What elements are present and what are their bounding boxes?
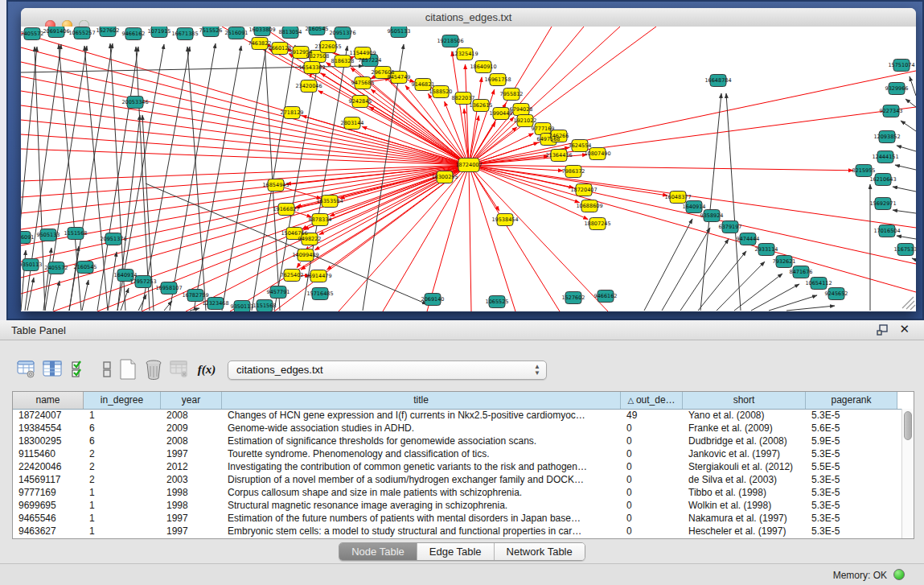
cell-short[interactable]: de Silva et al. (2003) (683, 473, 806, 486)
cell-name[interactable]: 9115460 (13, 447, 84, 460)
cell-out_de[interactable]: 0 (621, 460, 683, 473)
delete-table-icon[interactable] (169, 359, 190, 380)
resize-grip-icon[interactable] (902, 297, 915, 310)
cell-out_de[interactable]: 0 (621, 499, 683, 512)
tab-network-table[interactable]: Network Table (495, 543, 585, 560)
cell-year[interactable]: 2008 (161, 409, 222, 422)
cell-out_de[interactable]: 0 (621, 447, 683, 460)
cell-title[interactable]: Corpus callosum shape and size in male p… (222, 486, 621, 499)
table-row[interactable]: 946554611997Estimation of the future num… (13, 512, 901, 525)
scrollbar-thumb[interactable] (904, 411, 912, 440)
float-panel-icon[interactable] (877, 324, 889, 336)
close-panel-icon[interactable]: ✕ (899, 323, 910, 336)
cell-pagerank[interactable]: 5.6E-5 (806, 422, 897, 435)
column-header-pagerank[interactable]: pagerank (806, 392, 897, 409)
cell-title[interactable]: Disruption of a novel member of a sodium… (222, 473, 621, 486)
column-header-out_de[interactable]: △ out_de… (621, 392, 683, 409)
cell-pagerank[interactable]: 5.3E-5 (806, 447, 897, 460)
table-row[interactable]: 1456911722003Disruption of a novel membe… (13, 473, 901, 486)
table-row[interactable]: 1872400712008Changes of HCN gene express… (13, 409, 901, 422)
citation-graph[interactable]: 2405572206914061065525715276029466162107… (21, 27, 916, 311)
cell-short[interactable]: Yano et al. (2008) (683, 409, 806, 422)
cell-pagerank[interactable]: 5.5E-5 (806, 460, 897, 473)
cell-short[interactable]: Tibbo et al. (1998) (683, 486, 806, 499)
cell-in_degree[interactable]: 1 (84, 409, 161, 422)
table-row[interactable]: 969969511998Structural magnetic resonanc… (13, 499, 901, 512)
cell-out_de[interactable]: 0 (621, 435, 683, 447)
cell-short[interactable]: Hescheler et al. (1997) (683, 525, 806, 538)
cell-pagerank[interactable]: 5.9E-5 (806, 435, 897, 447)
delete-trash-icon[interactable] (143, 359, 164, 380)
cell-in_degree[interactable]: 2 (84, 473, 161, 486)
cell-name[interactable]: 9465546 (13, 512, 84, 525)
cell-year[interactable]: 1997 (161, 512, 222, 525)
cell-out_de[interactable]: 0 (621, 422, 683, 435)
column-header-short[interactable]: short (683, 392, 806, 409)
cell-pagerank[interactable]: 5.3E-5 (806, 512, 897, 525)
cell-name[interactable]: 9463627 (13, 525, 84, 538)
cell-title[interactable]: Estimation of the future numbers of pati… (222, 512, 621, 525)
cell-out_de[interactable]: 0 (621, 486, 683, 499)
cell-in_degree[interactable]: 1 (84, 525, 161, 538)
row-height-icon[interactable] (97, 359, 117, 380)
cell-in_degree[interactable]: 6 (84, 435, 161, 447)
column-header-year[interactable]: year (161, 392, 222, 409)
cell-pagerank[interactable]: 5.3E-5 (806, 473, 897, 486)
cell-title[interactable]: Genome-wide association studies in ADHD. (222, 422, 621, 435)
cell-title[interactable]: Embryonic stem cells: a model to study s… (222, 525, 621, 538)
table-row[interactable]: 2242004622012Investigating the contribut… (13, 460, 901, 473)
cell-pagerank[interactable]: 5.3E-5 (806, 499, 897, 512)
cell-short[interactable]: Nakamura et al. (1997) (683, 512, 806, 525)
cell-title[interactable]: Tourette syndrome. Phenomenology and cla… (222, 447, 621, 460)
window-titlebar[interactable]: citations_edges.txt (21, 8, 916, 27)
cell-name[interactable]: 18724007 (13, 409, 84, 422)
tab-edge-table[interactable]: Edge Table (417, 543, 495, 560)
select-columns-icon[interactable] (69, 359, 90, 380)
cell-in_degree[interactable]: 6 (84, 422, 161, 435)
column-header-name[interactable]: name (13, 392, 84, 409)
cell-year[interactable]: 1997 (161, 525, 222, 538)
cell-year[interactable]: 1997 (161, 447, 222, 460)
network-canvas[interactable]: 2405572206914061065525715276029466162107… (21, 27, 916, 311)
cell-title[interactable]: Investigating the contribution of common… (222, 460, 621, 473)
table-row[interactable]: 977716911998Corpus callosum shape and si… (13, 486, 901, 499)
cell-in_degree[interactable]: 1 (84, 512, 161, 525)
cell-short[interactable]: Jankovic et al. (1997) (683, 447, 806, 460)
cell-out_de[interactable]: 0 (621, 512, 683, 525)
cell-short[interactable]: Wolkin et al. (1998) (683, 499, 806, 512)
table-select-dropdown[interactable]: citations_edges.txt ▲▼ (228, 360, 547, 380)
table-settings-icon[interactable] (16, 359, 37, 380)
cell-name[interactable]: 22420046 (13, 460, 84, 473)
cell-title[interactable]: Structural magnetic resonance image aver… (222, 499, 621, 512)
table-row[interactable]: 1830029562008Estimation of significance … (13, 435, 901, 447)
cell-name[interactable]: 14569117 (13, 473, 84, 486)
cell-in_degree[interactable]: 2 (84, 447, 161, 460)
cell-name[interactable]: 18300295 (13, 435, 84, 447)
table-row[interactable]: 911546021997Tourette syndrome. Phenomeno… (13, 447, 901, 460)
cell-out_de[interactable]: 49 (621, 409, 683, 422)
cell-year[interactable]: 1998 (161, 499, 222, 512)
cell-year[interactable]: 2003 (161, 473, 222, 486)
cell-short[interactable]: Franke et al. (2009) (683, 422, 806, 435)
cell-in_degree[interactable]: 1 (84, 499, 161, 512)
cell-name[interactable]: 9777169 (13, 486, 84, 499)
create-table-icon[interactable] (117, 359, 138, 380)
function-builder-icon[interactable]: f(x) (196, 359, 217, 380)
cell-short[interactable]: Stergiakouli et al. (2012) (683, 460, 806, 473)
column-header-title[interactable]: title (222, 392, 621, 409)
cell-title[interactable]: Changes of HCN gene expression and I(f) … (222, 409, 621, 422)
cell-title[interactable]: Estimation of significance thresholds fo… (222, 435, 621, 447)
tab-node-table[interactable]: Node Table (339, 543, 417, 560)
show-columns-icon[interactable] (42, 359, 63, 380)
cell-out_de[interactable]: 0 (621, 525, 683, 538)
column-header-in_degree[interactable]: in_degree (84, 392, 161, 409)
cell-year[interactable]: 1998 (161, 486, 222, 499)
cell-pagerank[interactable]: 5.3E-5 (806, 525, 897, 538)
table-row[interactable]: 1938455462009Genome-wide association stu… (13, 422, 901, 435)
cell-year[interactable]: 2012 (161, 460, 222, 473)
cell-short[interactable]: Dudbridge et al. (2008) (683, 435, 806, 447)
cell-year[interactable]: 2009 (161, 422, 222, 435)
cell-year[interactable]: 2008 (161, 435, 222, 447)
cell-in_degree[interactable]: 2 (84, 460, 161, 473)
vertical-scrollbar[interactable] (901, 409, 914, 538)
